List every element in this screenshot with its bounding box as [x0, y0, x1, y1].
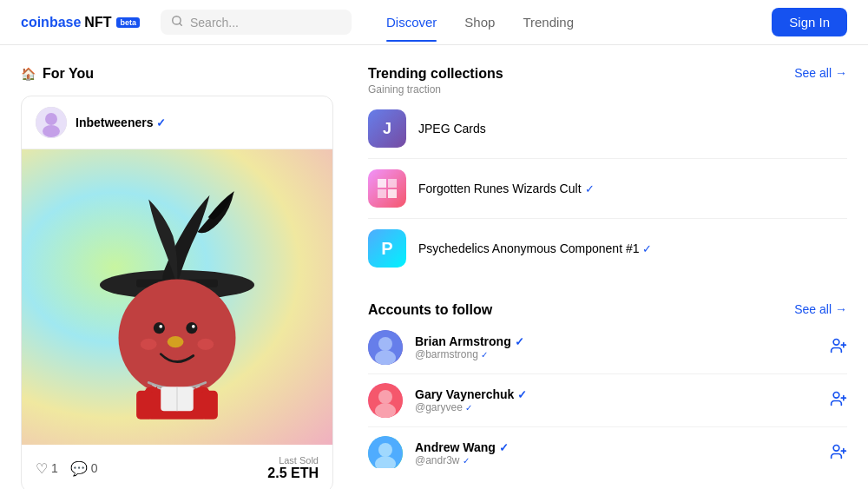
collection-thumb-jpeg: J [368, 109, 406, 148]
svg-point-10 [186, 322, 197, 334]
nav-item-shop[interactable]: Shop [450, 3, 509, 42]
last-sold-info: Last Sold 2.5 ETH [267, 455, 319, 481]
svg-point-9 [159, 325, 162, 328]
trending-title: Trending collections [368, 66, 503, 82]
svg-point-13 [141, 339, 157, 350]
heart-icon: ♡ [36, 460, 48, 477]
verified-gary: ✓ [517, 388, 527, 401]
svg-point-8 [154, 322, 165, 334]
search-bar[interactable] [161, 10, 352, 35]
accounts-see-all[interactable]: See all → [794, 302, 847, 316]
account-item-andrew[interactable]: Andrew Wang ✓ @andr3w ✓ [368, 427, 847, 468]
avatar-brian [368, 330, 403, 365]
account-handle-brian: @barmstrong ✓ [415, 348, 818, 360]
svg-rect-17 [201, 391, 218, 420]
main-nav: Discover Shop Trending [372, 3, 588, 42]
accounts-header: Accounts to follow See all → [368, 302, 847, 318]
svg-point-39 [378, 443, 392, 457]
verified-icon: ✓ [156, 116, 166, 129]
accounts-title: Accounts to follow [368, 302, 492, 318]
account-handle-andrew: @andr3w ✓ [415, 454, 818, 466]
svg-line-1 [180, 23, 182, 26]
svg-rect-24 [378, 189, 386, 198]
svg-point-3 [45, 113, 57, 125]
nft-background [22, 149, 332, 445]
nav-item-discover[interactable]: Discover [372, 3, 450, 42]
right-column: Trending collections Gaining traction Se… [368, 66, 847, 468]
card-image [22, 149, 332, 445]
header: coinbase NFT beta Discover Shop Trending… [0, 0, 868, 45]
last-sold-value: 2.5 ETH [267, 466, 319, 481]
left-column: 🏠 For You Inbetweeners ✓ [21, 66, 333, 468]
accounts-section: Accounts to follow See all → [368, 302, 847, 468]
sign-in-button[interactable]: Sign In [772, 8, 847, 36]
card-actions: ♡ 1 💬 0 [36, 460, 98, 477]
card-footer: ♡ 1 💬 0 Last Sold 2.5 ETH [22, 445, 332, 489]
nft-card: Inbetweeners ✓ [21, 96, 333, 489]
for-you-title: 🏠 For You [21, 66, 333, 82]
last-sold-label: Last Sold [267, 455, 319, 466]
collection-list: J JPEG Cards [368, 99, 847, 278]
svg-point-4 [43, 125, 60, 137]
account-info-andrew: Andrew Wang ✓ @andr3w ✓ [415, 440, 818, 466]
collection-name-runes: Forgotten Runes Wizards Cult ✓ [418, 182, 595, 195]
collection-name-psyche: Psychedelics Anonymous Component #1 ✓ [418, 241, 652, 255]
comment-count: 0 [91, 461, 98, 475]
verified-icon-psyche: ✓ [642, 242, 652, 255]
trending-subtitle: Gaining traction [368, 83, 503, 96]
nav-item-trending[interactable]: Trending [509, 3, 588, 42]
collection-item-psyche[interactable]: P Psychedelics Anonymous Component #1 ✓ [368, 219, 847, 278]
for-you-label: For You [43, 66, 94, 82]
arrow-right-icon: → [835, 66, 847, 80]
verified-icon-runes: ✓ [585, 182, 595, 195]
svg-rect-22 [378, 179, 386, 188]
collection-item-runes[interactable]: Forgotten Runes Wizards Cult ✓ [368, 159, 847, 219]
nft-character-svg [64, 167, 290, 427]
trending-header: Trending collections Gaining traction Se… [368, 66, 847, 96]
logo-coinbase: coinbase [21, 15, 81, 30]
trending-see-all[interactable]: See all → [794, 66, 847, 80]
account-info-gary: Gary Vaynerchuk ✓ @garyvee ✓ [415, 387, 818, 413]
svg-point-29 [833, 339, 839, 345]
avatar-andrew [368, 436, 403, 468]
follow-button-gary[interactable] [830, 390, 847, 412]
verified-handle-brian: ✓ [481, 350, 488, 360]
verified-handle-gary: ✓ [465, 403, 472, 413]
logo-nft-text: NFT [84, 15, 111, 30]
svg-rect-23 [388, 179, 397, 188]
svg-point-35 [833, 392, 839, 398]
account-item-gary[interactable]: Gary Vaynerchuk ✓ @garyvee ✓ [368, 374, 847, 427]
svg-point-14 [197, 339, 214, 350]
comment-button[interactable]: 💬 0 [70, 460, 98, 477]
logo[interactable]: coinbase NFT beta [21, 15, 140, 30]
svg-rect-25 [388, 189, 397, 198]
account-list: Brian Armstrong ✓ @barmstrong ✓ [368, 321, 847, 468]
account-name-andrew: Andrew Wang ✓ [415, 440, 818, 454]
logo-beta-badge: beta [116, 17, 140, 28]
collection-thumb-psyche: P [368, 229, 406, 268]
search-icon [171, 15, 183, 30]
trending-title-group: Trending collections Gaining traction [368, 66, 503, 96]
follow-button-brian[interactable] [830, 337, 847, 359]
follow-button-andrew[interactable] [830, 443, 847, 465]
like-button[interactable]: ♡ 1 [36, 460, 58, 477]
svg-rect-16 [136, 391, 153, 420]
collection-item-jpeg[interactable]: J JPEG Cards [368, 99, 847, 159]
arrow-right-icon-accounts: → [835, 302, 847, 316]
comment-icon: 💬 [70, 460, 88, 477]
card-header: Inbetweeners ✓ [22, 96, 332, 149]
svg-point-33 [378, 390, 392, 404]
account-item-brian[interactable]: Brian Armstrong ✓ @barmstrong ✓ [368, 321, 847, 374]
account-name-brian: Brian Armstrong ✓ [415, 334, 818, 348]
card-creator-name: Inbetweeners ✓ [76, 116, 166, 129]
svg-point-27 [378, 337, 392, 351]
verified-brian: ✓ [515, 335, 524, 348]
verified-andrew: ✓ [499, 441, 509, 454]
search-input[interactable] [190, 16, 341, 30]
avatar-gary [368, 383, 403, 418]
verified-handle-andrew: ✓ [463, 456, 470, 466]
avatar [36, 107, 67, 138]
svg-point-41 [833, 445, 839, 451]
account-handle-gary: @garyvee ✓ [415, 401, 818, 413]
account-name-gary: Gary Vaynerchuk ✓ [415, 387, 818, 401]
